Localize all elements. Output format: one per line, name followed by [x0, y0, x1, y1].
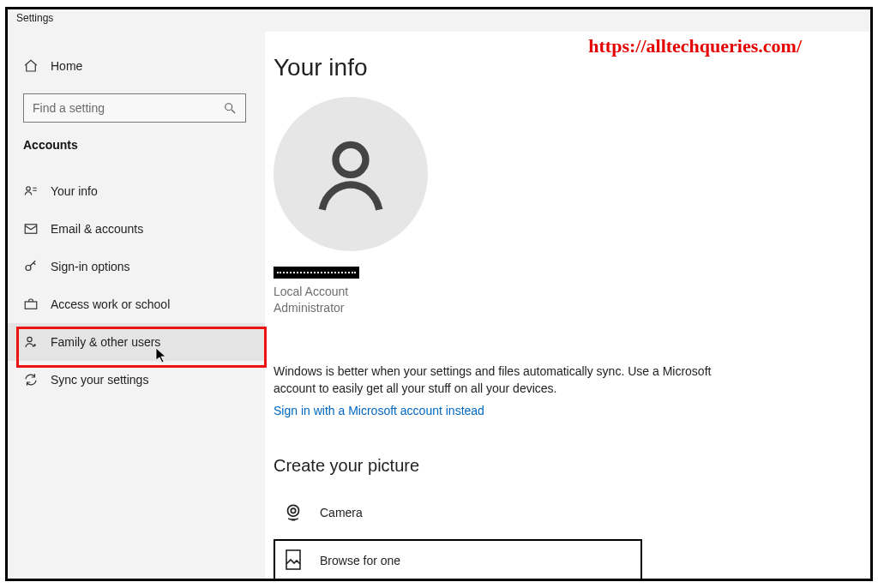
sidebar-item-label: Email & accounts	[51, 222, 143, 236]
settings-window: Settings Home Find a setting	[5, 7, 873, 581]
account-type-line1: Local Account	[274, 284, 836, 300]
browse-label: Browse for one	[320, 554, 400, 567]
sync-icon	[23, 372, 39, 387]
microsoft-signin-link[interactable]: Sign in with a Microsoft account instead	[274, 404, 484, 417]
sidebar-item-label: Sign-in options	[51, 260, 130, 273]
svg-rect-4	[25, 302, 37, 309]
sidebar-item-label: Your info	[51, 184, 98, 198]
sidebar-item-label: Access work or school	[51, 297, 170, 311]
avatar	[274, 97, 428, 251]
svg-point-0	[226, 104, 232, 111]
sidebar-section-label: Accounts	[8, 138, 265, 160]
sidebar: Home Find a setting Accounts	[8, 32, 265, 579]
sidebar-item-label: Sync your settings	[51, 373, 148, 387]
svg-rect-2	[25, 225, 37, 234]
browse-button[interactable]: Browse for one	[274, 539, 642, 579]
username-redacted	[274, 267, 359, 279]
nav-home-label: Home	[51, 59, 82, 73]
sidebar-item-signin-options[interactable]: Sign-in options	[8, 248, 265, 285]
create-picture-heading: Create your picture	[274, 456, 836, 476]
sidebar-item-sync-settings[interactable]: Sync your settings	[8, 361, 265, 399]
sync-description: Windows is better when your settings and…	[274, 363, 754, 398]
home-icon	[23, 58, 39, 74]
camera-label: Camera	[320, 506, 363, 519]
page-title: Your info	[274, 54, 836, 81]
people-add-icon	[23, 334, 39, 350]
image-file-icon	[284, 549, 304, 573]
sidebar-item-label: Family & other users	[51, 335, 160, 349]
search-icon	[223, 101, 237, 115]
sidebar-item-your-info[interactable]: Your info	[8, 172, 265, 210]
sidebar-item-email-accounts[interactable]: Email & accounts	[8, 210, 265, 248]
window-title: Settings	[8, 9, 870, 32]
person-card-icon	[23, 183, 39, 199]
search-placeholder: Find a setting	[33, 101, 105, 115]
camera-button[interactable]: Camera	[274, 491, 642, 534]
watermark-text: https://alltechqueries.com/	[588, 35, 802, 57]
camera-icon	[282, 501, 304, 524]
svg-point-5	[27, 337, 32, 341]
mail-icon	[23, 221, 39, 237]
nav-home[interactable]: Home	[8, 47, 265, 85]
search-input[interactable]: Find a setting	[23, 93, 246, 123]
briefcase-icon	[23, 297, 39, 312]
window-body: Home Find a setting Accounts	[8, 32, 870, 579]
svg-point-6	[336, 145, 366, 175]
sidebar-item-work-school[interactable]: Access work or school	[8, 285, 265, 323]
sidebar-item-family-users[interactable]: Family & other users	[8, 323, 265, 361]
svg-point-7	[288, 506, 299, 517]
svg-rect-9	[286, 550, 300, 569]
account-type-line2: Administrator	[274, 300, 836, 316]
main-content: Your info Local Account Administrator Wi…	[265, 32, 870, 579]
svg-point-1	[27, 187, 31, 191]
svg-point-3	[26, 266, 31, 271]
key-icon	[23, 259, 39, 274]
svg-point-8	[291, 509, 295, 513]
